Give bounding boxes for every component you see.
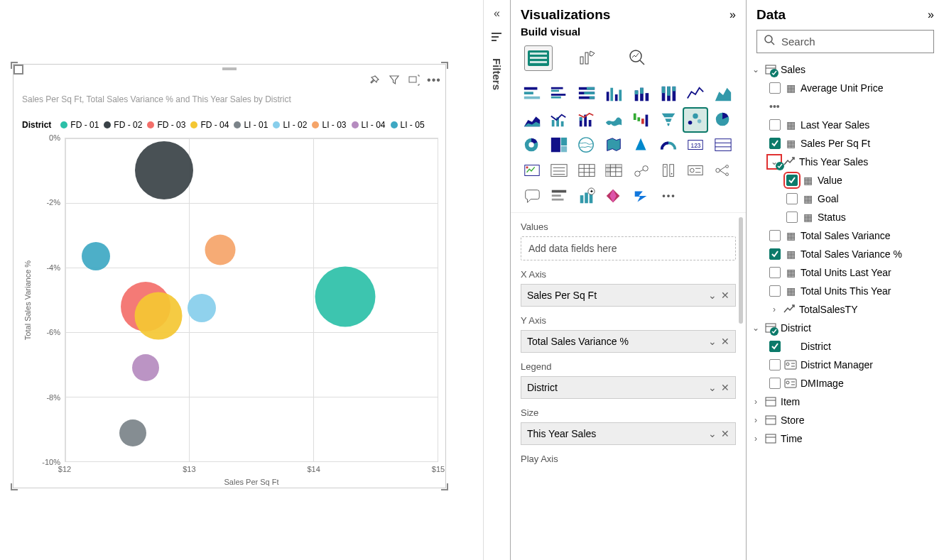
viz-type-funnel[interactable] xyxy=(657,109,680,131)
viz-type-qa[interactable] xyxy=(521,185,543,208)
plot-area[interactable]: Total Sales Variance % Sales Per Sq Ft 0… xyxy=(65,138,438,462)
analytics-tab[interactable] xyxy=(624,46,651,70)
viz-type-waterfall[interactable] xyxy=(630,109,653,131)
viz-type-pie[interactable] xyxy=(712,109,734,131)
viz-type-gauge[interactable] xyxy=(657,134,680,157)
chevron-right-icon[interactable]: › xyxy=(769,304,779,314)
viz-type-table[interactable] xyxy=(575,160,598,182)
remove-field-icon[interactable]: ✕ xyxy=(721,428,729,439)
legend-item[interactable]: FD - 02 xyxy=(104,120,142,130)
viz-type-clustered-column[interactable] xyxy=(602,83,625,106)
viz-type-line[interactable] xyxy=(684,83,707,106)
viz-type-azure-map[interactable] xyxy=(630,134,653,157)
bubble-li-05[interactable] xyxy=(82,242,110,270)
checkbox[interactable] xyxy=(786,193,798,204)
viz-type-stacked-bar[interactable] xyxy=(521,83,543,106)
field-total-units-last-year[interactable]: ▦ Total Units Last Year xyxy=(751,263,937,282)
viz-type-treemap[interactable] xyxy=(548,134,570,157)
viz-type-r-visual[interactable] xyxy=(630,160,653,182)
checkbox[interactable] xyxy=(769,285,781,297)
remove-field-icon[interactable]: ✕ xyxy=(721,290,729,301)
viz-type-card[interactable]: 123 xyxy=(684,134,707,157)
x-axis-field-pill[interactable]: Sales Per Sq Ft ⌄✕ xyxy=(521,284,736,307)
checkbox[interactable] xyxy=(769,378,781,389)
checkbox[interactable] xyxy=(786,212,798,223)
bubble-li-04[interactable] xyxy=(132,354,159,381)
chevron-right-icon[interactable]: › xyxy=(751,415,761,425)
drag-grip-icon[interactable] xyxy=(222,67,237,70)
checkbox[interactable] xyxy=(769,119,781,131)
chevron-right-icon[interactable]: › xyxy=(751,434,761,444)
legend-item[interactable]: FD - 04 xyxy=(190,120,229,130)
collapse-data-icon[interactable]: » xyxy=(928,9,934,21)
scatter-chart-visual[interactable]: ••• Sales Per Sq Ft, Total Sales Varianc… xyxy=(13,64,446,488)
viz-type-line-stacked[interactable] xyxy=(575,109,598,131)
viz-type-power-apps[interactable] xyxy=(602,185,625,208)
viz-type-multi-card[interactable] xyxy=(712,134,734,157)
legend-item[interactable]: LI - 05 xyxy=(391,120,425,130)
expand-filters-icon[interactable]: « xyxy=(494,7,500,20)
report-canvas[interactable]: ••• Sales Per Sq Ft, Total Sales Varianc… xyxy=(0,0,483,560)
field-dm-image[interactable]: DMImage xyxy=(751,374,937,392)
viz-type-more[interactable] xyxy=(657,185,680,208)
viz-type-ribbon[interactable] xyxy=(602,109,625,131)
table-district[interactable]: ⌄ District xyxy=(751,319,937,337)
checkbox[interactable] xyxy=(769,267,781,278)
filters-label[interactable]: Filters xyxy=(491,58,503,90)
viz-type-stacked-column[interactable] xyxy=(630,83,653,106)
pin-icon[interactable] xyxy=(369,75,380,86)
chevron-down-icon[interactable]: ⌄ xyxy=(751,65,761,75)
collapse-viz-icon[interactable]: » xyxy=(729,9,736,21)
chevron-down-icon[interactable]: ⌄ xyxy=(751,323,761,333)
viz-type-clustered-bar[interactable] xyxy=(548,83,570,106)
checkbox[interactable] xyxy=(769,248,781,260)
build-visual-tab[interactable] xyxy=(525,46,552,70)
field-tys-status[interactable]: ▦ Status xyxy=(751,208,937,226)
field-this-year-sales[interactable]: ⌄ This Year Sales xyxy=(751,153,937,171)
checkbox[interactable] xyxy=(786,175,798,186)
bubble-li-03[interactable] xyxy=(205,234,236,265)
field-district[interactable]: District xyxy=(751,337,937,356)
viz-type-decomposition[interactable] xyxy=(712,160,734,182)
viz-type-py-visual[interactable] xyxy=(657,160,680,182)
viz-type-line-clustered[interactable] xyxy=(548,109,570,131)
format-visual-tab[interactable] xyxy=(575,46,602,70)
chevron-right-icon[interactable]: › xyxy=(751,397,761,407)
legend-field-pill[interactable]: District ⌄✕ xyxy=(521,376,736,399)
legend-item[interactable]: LI - 02 xyxy=(273,120,307,130)
field-total-sales-ty[interactable]: › TotalSalesTY xyxy=(751,300,937,319)
bubble-fd-04[interactable] xyxy=(134,292,182,340)
viz-type-area[interactable] xyxy=(712,83,734,106)
viz-type-matrix[interactable] xyxy=(602,160,625,182)
chevron-down-icon[interactable]: ⌄ xyxy=(708,290,717,301)
more-icon[interactable]: ••• xyxy=(751,97,937,116)
remove-field-icon[interactable]: ✕ xyxy=(721,382,729,393)
field-tys-value[interactable]: ▦ Value xyxy=(751,171,937,190)
field-total-sales-variance[interactable]: ▦ Total Sales Variance xyxy=(751,226,937,245)
values-well[interactable]: Add data fields here xyxy=(521,236,736,260)
bubble-li-02[interactable] xyxy=(188,294,216,322)
viz-type-power-automate[interactable] xyxy=(630,185,653,208)
field-total-units-this-year[interactable]: ▦ Total Units This Year xyxy=(751,282,937,300)
size-field-pill[interactable]: This Year Sales ⌄✕ xyxy=(521,422,736,445)
viz-type-narrative[interactable] xyxy=(548,185,570,208)
chevron-down-icon[interactable]: ⌄ xyxy=(708,336,717,347)
filter-icon[interactable] xyxy=(389,75,400,86)
bubble-li-01[interactable] xyxy=(119,419,146,446)
viz-type-kpi[interactable] xyxy=(521,160,543,182)
table-store[interactable]: › Store xyxy=(751,411,937,429)
viz-type-slicer[interactable] xyxy=(548,160,570,182)
field-district-manager[interactable]: District Manager xyxy=(751,356,937,374)
viz-type-paginated[interactable]: ✦ xyxy=(575,185,598,208)
table-sales[interactable]: ⌄ Sales xyxy=(751,60,937,79)
bubble-fd-01[interactable] xyxy=(315,266,375,326)
field-total-sales-variance-pct[interactable]: ▦ Total Sales Variance % xyxy=(751,245,937,263)
checkbox[interactable] xyxy=(769,138,781,149)
chevron-down-icon[interactable]: ⌄ xyxy=(708,382,717,393)
checkbox[interactable] xyxy=(769,359,781,370)
field-average-unit-price[interactable]: ▦ Average Unit Price xyxy=(751,79,937,97)
viz-type-filled-map[interactable] xyxy=(602,134,625,157)
y-axis-field-pill[interactable]: Total Sales Variance % ⌄✕ xyxy=(521,330,736,353)
viz-type-key-influencers[interactable] xyxy=(684,160,707,182)
field-tys-goal[interactable]: ▦ Goal xyxy=(751,190,937,208)
